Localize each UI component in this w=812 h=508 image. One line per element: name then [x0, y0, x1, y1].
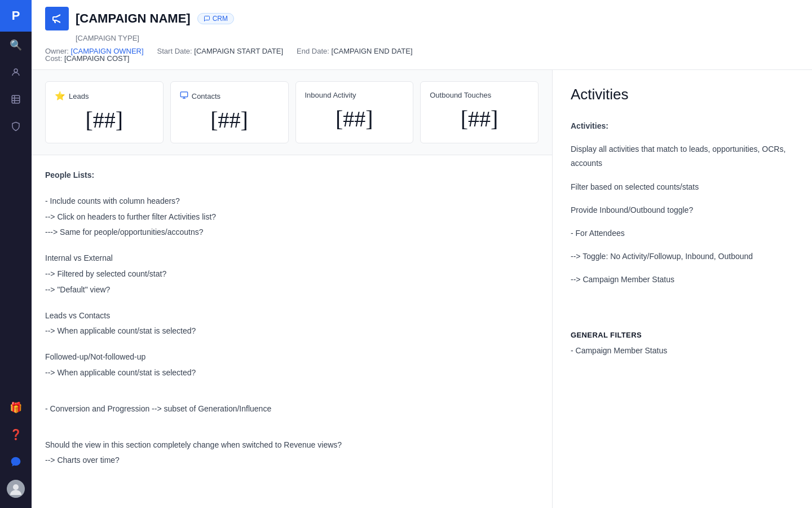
- activities-content: Activities: Display all activities that …: [571, 119, 794, 358]
- people-leads-header: Leads vs Contacts: [45, 309, 539, 323]
- stat-card-inbound[interactable]: Inbound Activity [##]: [295, 81, 414, 143]
- cost-section: Cost: [CAMPAIGN COST]: [45, 54, 129, 63]
- campaign-icon: [45, 7, 69, 30]
- sidebar-item-help[interactable]: ❓: [0, 421, 32, 448]
- people-internal-header: Internal vs External: [45, 252, 539, 265]
- stat-card-contacts[interactable]: Contacts [##]: [170, 81, 289, 143]
- activities-line2: Filter based on selected counts/stats: [571, 180, 794, 194]
- people-section: People Lists: - Include counts with colu…: [32, 155, 552, 483]
- activities-line4: - For Attendees: [571, 226, 794, 240]
- crm-label: CRM: [213, 15, 228, 23]
- content-split: ⭐ Leads [##] Contacts [##]: [32, 70, 812, 508]
- cost-label: Cost:: [45, 54, 62, 63]
- people-line-2: --> Click on headers to further filter A…: [45, 211, 539, 224]
- cost-value: [CAMPAIGN COST]: [64, 54, 129, 63]
- stat-card-contacts-header: Contacts: [180, 91, 279, 101]
- campaign-type: [CAMPAIGN TYPE]: [76, 34, 798, 42]
- activities-line1: Display all activities that match to lea…: [571, 142, 794, 170]
- people-line-5: --> "Default" view?: [45, 283, 539, 297]
- activities-line5: --> Toggle: No Activity/Followup, Inboun…: [571, 249, 794, 264]
- stat-card-leads[interactable]: ⭐ Leads [##]: [45, 81, 164, 143]
- activities-panel: Activities Activities: Display all activ…: [553, 70, 812, 508]
- inbound-value: [##]: [305, 104, 404, 134]
- sidebar-item-search[interactable]: 🔍: [0, 32, 32, 59]
- activities-section-label: Activities:: [571, 119, 794, 133]
- inbound-label: Inbound Activity: [305, 91, 356, 99]
- stat-cards-container: ⭐ Leads [##] Contacts [##]: [32, 70, 552, 155]
- stat-card-outbound[interactable]: Outbound Touches [##]: [420, 81, 539, 143]
- sidebar-bottom: 🎁 ❓: [0, 394, 32, 508]
- people-line-4: --> Filtered by selected count/stat?: [45, 268, 539, 281]
- activities-title: Activities: [571, 86, 794, 103]
- page-header: [CAMPAIGN NAME] CRM [CAMPAIGN TYPE] Owne…: [32, 0, 812, 70]
- activities-line6: --> Campaign Member Status: [571, 273, 794, 287]
- leads-value: [##]: [55, 106, 154, 134]
- people-conversion-line: - Conversion and Progression --> subset …: [45, 402, 539, 416]
- outbound-label: Outbound Touches: [430, 91, 491, 99]
- contacts-icon: [180, 91, 188, 101]
- logo-text: P: [12, 8, 20, 23]
- contacts-label: Contacts: [192, 92, 220, 100]
- svg-point-0: [14, 69, 17, 72]
- general-filters-item: - Campaign Member Status: [571, 344, 794, 358]
- sidebar: P 🔍 🎁 ❓: [0, 0, 32, 508]
- svg-rect-1: [12, 95, 20, 103]
- contacts-value: [##]: [180, 106, 279, 134]
- people-line-7: --> When applicable count/stat is select…: [45, 366, 539, 380]
- leads-label: Leads: [69, 92, 89, 100]
- svg-rect-7: [180, 92, 188, 97]
- header-top: [CAMPAIGN NAME] CRM: [45, 7, 798, 30]
- sidebar-item-shield[interactable]: [0, 113, 32, 140]
- general-filters-title: GENERAL FILTERS: [571, 329, 794, 341]
- left-panel: ⭐ Leads [##] Contacts [##]: [32, 70, 553, 508]
- stat-card-leads-header: ⭐ Leads: [55, 91, 154, 101]
- outbound-value: [##]: [430, 104, 529, 134]
- people-revenue-question: Should the view in this section complete…: [45, 439, 539, 452]
- crm-badge[interactable]: CRM: [197, 13, 234, 24]
- sidebar-logo[interactable]: P: [0, 0, 32, 32]
- people-charts-line: --> Charts over time?: [45, 454, 539, 467]
- campaign-name: [CAMPAIGN NAME]: [76, 11, 191, 26]
- svg-point-6: [13, 484, 19, 490]
- leads-icon: ⭐: [55, 91, 65, 101]
- header-meta-cost: Cost: [CAMPAIGN COST]: [45, 54, 798, 63]
- main-area: [CAMPAIGN NAME] CRM [CAMPAIGN TYPE] Owne…: [32, 0, 812, 508]
- people-followup-header: Followed-up/Not-followed-up: [45, 351, 539, 364]
- people-line-6: --> When applicable count/stat is select…: [45, 325, 539, 338]
- sidebar-item-user[interactable]: [0, 59, 32, 86]
- sidebar-item-gift[interactable]: 🎁: [0, 394, 32, 421]
- activities-line3: Provide Inbound/Outbound toggle?: [571, 203, 794, 217]
- sidebar-item-chat[interactable]: [0, 448, 32, 475]
- user-avatar[interactable]: [7, 480, 25, 498]
- stat-card-inbound-header: Inbound Activity: [305, 91, 404, 99]
- people-line-1: - Include counts with column headers?: [45, 195, 539, 208]
- people-line-3: ---> Same for people/opportunities/accou…: [45, 226, 539, 239]
- stat-card-outbound-header: Outbound Touches: [430, 91, 529, 99]
- people-lists-title: People Lists:: [45, 169, 539, 182]
- sidebar-item-list[interactable]: [0, 86, 32, 113]
